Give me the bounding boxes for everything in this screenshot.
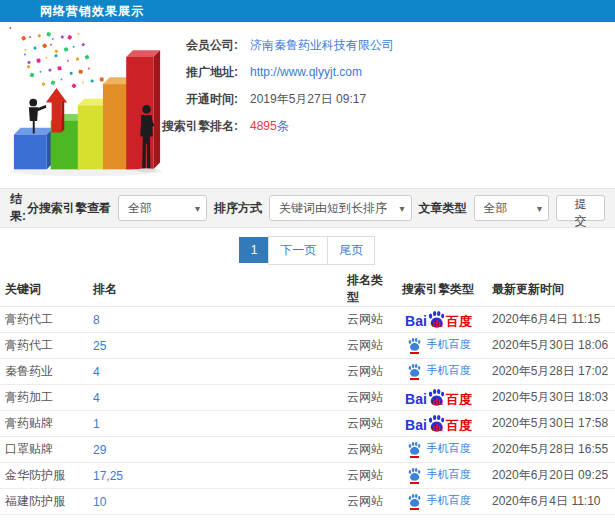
rank-type-cell: 云网站 bbox=[342, 307, 390, 333]
results-label: 结果: bbox=[10, 191, 27, 225]
info-suffix-link[interactable]: 条 bbox=[277, 119, 289, 133]
table-row: 膏药代工 8 云网站 Baidu百度 2020年6月4日 11:15 bbox=[0, 307, 615, 333]
info-value-link[interactable]: http://www.qlyyjt.com bbox=[250, 65, 362, 79]
baidu-mobile-logo: 手机百度 bbox=[407, 468, 471, 481]
next-page-button[interactable]: 下一页 bbox=[268, 236, 328, 265]
keyword-cell: 口罩贴牌 bbox=[0, 437, 88, 463]
baidu-pc-logo: Baidu百度 bbox=[405, 415, 472, 432]
baidu-paw-icon: du bbox=[428, 389, 445, 406]
info-row: 会员公司:济南秦鲁药业科技有限公司 bbox=[120, 32, 394, 59]
info-value: 2019年5月27日 09:17 bbox=[250, 92, 366, 106]
baidu-mobile-logo: 手机百度 bbox=[407, 494, 471, 507]
updated-cell: 2020年5月30日 18:06 bbox=[487, 333, 615, 359]
table-row: 膏药代工 25 云网站 手机百度 2020年5月30日 18:06 bbox=[0, 333, 615, 359]
info-label: 推广地址: bbox=[120, 59, 238, 86]
sort-filter-label: 排序方式 bbox=[214, 200, 262, 217]
keyword-cell: 膏药加工 bbox=[0, 385, 88, 411]
rank-link[interactable]: 4 bbox=[93, 391, 100, 405]
baidu-mobile-logo: 手机百度 bbox=[407, 364, 471, 377]
article-type-label: 文章类型 bbox=[419, 200, 467, 217]
header-rank: 排名 bbox=[88, 272, 342, 307]
engine-filter-label: 分搜索引擎查看 bbox=[27, 200, 111, 217]
page-current-button[interactable]: 1 bbox=[239, 237, 270, 263]
baidu-paw-icon: du bbox=[428, 311, 445, 328]
engine-cell: 手机百度 bbox=[390, 489, 487, 515]
rank-type-cell: 云网站 bbox=[342, 385, 390, 411]
last-page-button[interactable]: 尾页 bbox=[327, 236, 375, 265]
header-engine-type: 搜索引擎类型 bbox=[390, 272, 487, 307]
baidu-paw-icon bbox=[408, 442, 421, 455]
engine-filter-select[interactable]: 全部 ▾ bbox=[118, 195, 207, 221]
header-rank-type: 排名类型 bbox=[342, 272, 390, 307]
updated-cell: 2020年5月30日 17:58 bbox=[487, 411, 615, 437]
table-row: 口罩贴牌 29 云网站 手机百度 2020年5月28日 16:55 bbox=[0, 437, 615, 463]
table-row: 福建防护服 10 云网站 手机百度 2020年6月4日 11:10 bbox=[0, 489, 615, 515]
confetti-dots bbox=[9, 27, 104, 89]
keyword-cell: 膏药贴牌 bbox=[0, 411, 88, 437]
chevron-down-icon: ▾ bbox=[399, 203, 404, 214]
rank-type-cell: 云网站 bbox=[342, 359, 390, 385]
engine-cell: Baidu百度 bbox=[390, 411, 487, 437]
info-label: 会员公司: bbox=[120, 32, 238, 59]
baidu-pc-logo: Baidu百度 bbox=[405, 389, 472, 406]
rank-link[interactable]: 4 bbox=[93, 365, 100, 379]
updated-cell: 2020年5月28日 17:02 bbox=[487, 359, 615, 385]
member-info-list: 会员公司:济南秦鲁药业科技有限公司推广地址:http://www.qlyyjt.… bbox=[120, 32, 394, 140]
info-label: 搜索引擎排名: bbox=[120, 113, 238, 140]
info-value-link[interactable]: 济南秦鲁药业科技有限公司 bbox=[250, 38, 394, 52]
results-filter-bar: 结果: 分搜索引擎查看 全部 ▾ 排序方式 关键词由短到长排序 ▾ 文章类型 全… bbox=[0, 188, 615, 228]
engine-cell: Baidu百度 bbox=[390, 385, 487, 411]
engine-cell: Baidu百度 bbox=[390, 307, 487, 333]
table-row: 膏药加工 4 云网站 Baidu百度 2020年5月30日 18:03 bbox=[0, 385, 615, 411]
rank-link[interactable]: 17,25 bbox=[93, 469, 123, 483]
rank-link[interactable]: 25 bbox=[93, 339, 106, 353]
updated-cell: 2020年5月28日 16:55 bbox=[487, 437, 615, 463]
info-row: 开通时间:2019年5月27日 09:17 bbox=[120, 86, 394, 113]
engine-filter-value: 全部 bbox=[128, 200, 189, 217]
baidu-mobile-logo: 手机百度 bbox=[407, 442, 471, 455]
table-row: 膏药贴牌 1 云网站 Baidu百度 2020年5月30日 17:58 bbox=[0, 411, 615, 437]
updated-cell: 2020年6月20日 09:25 bbox=[487, 463, 615, 489]
engine-cell: 手机百度 bbox=[390, 437, 487, 463]
chevron-down-icon: ▾ bbox=[195, 203, 200, 214]
rank-type-cell: 云网站 bbox=[342, 411, 390, 437]
pagination: 1 下一页 尾页 bbox=[0, 228, 615, 272]
info-value: 4895 bbox=[250, 119, 277, 133]
baidu-paw-icon bbox=[408, 494, 421, 507]
sort-filter-select[interactable]: 关键词由短到长排序 ▾ bbox=[269, 195, 412, 221]
keyword-cell bbox=[0, 515, 88, 520]
engine-cell: 手机百度 bbox=[390, 359, 487, 385]
baidu-paw-icon bbox=[408, 468, 421, 481]
rank-type-cell bbox=[342, 515, 390, 520]
article-type-select[interactable]: 全部 ▾ bbox=[474, 195, 549, 221]
baidu-pc-logo: Baidu百度 bbox=[405, 311, 472, 328]
keyword-cell: 膏药代工 bbox=[0, 307, 88, 333]
submit-button[interactable]: 提交 bbox=[556, 195, 605, 221]
member-info-section: 会员公司:济南秦鲁药业科技有限公司推广地址:http://www.qlyyjt.… bbox=[0, 22, 615, 188]
chevron-down-icon: ▾ bbox=[537, 203, 542, 214]
rank-link[interactable]: 10 bbox=[93, 495, 106, 509]
updated-cell: 2020年6月4日 11:15 bbox=[487, 307, 615, 333]
updated-cell: 2020年6月4日 11:10 bbox=[487, 489, 615, 515]
page-titlebar: 网络营销效果展示 bbox=[0, 0, 615, 22]
rank-type-cell: 云网站 bbox=[342, 463, 390, 489]
rank-type-cell: 云网站 bbox=[342, 333, 390, 359]
info-row: 推广地址:http://www.qlyyjt.com bbox=[120, 59, 394, 86]
engine-cell: 手机百度 bbox=[390, 515, 487, 520]
rank-type-cell: 云网站 bbox=[342, 489, 390, 515]
rank-link[interactable]: 29 bbox=[93, 443, 106, 457]
keyword-cell: 福建防护服 bbox=[0, 489, 88, 515]
engine-cell: 手机百度 bbox=[390, 333, 487, 359]
rank-link[interactable]: 8 bbox=[93, 313, 100, 327]
keyword-cell: 金华防护服 bbox=[0, 463, 88, 489]
keyword-ranking-table: 关键词 排名 排名类型 搜索引擎类型 最新更新时间 膏药代工 8 云网站 Bai… bbox=[0, 272, 615, 520]
info-row: 搜索引擎排名:4895条 bbox=[120, 113, 394, 140]
header-keyword: 关键词 bbox=[0, 272, 88, 307]
rank-link[interactable]: 1 bbox=[93, 417, 100, 431]
engine-cell: 手机百度 bbox=[390, 463, 487, 489]
article-type-value: 全部 bbox=[484, 200, 531, 217]
info-label: 开通时间: bbox=[120, 86, 238, 113]
rank-type-cell: 云网站 bbox=[342, 437, 390, 463]
filter-controls: 分搜索引擎查看 全部 ▾ 排序方式 关键词由短到长排序 ▾ 文章类型 全部 ▾ … bbox=[27, 195, 605, 221]
sort-filter-value: 关键词由短到长排序 bbox=[279, 200, 394, 217]
